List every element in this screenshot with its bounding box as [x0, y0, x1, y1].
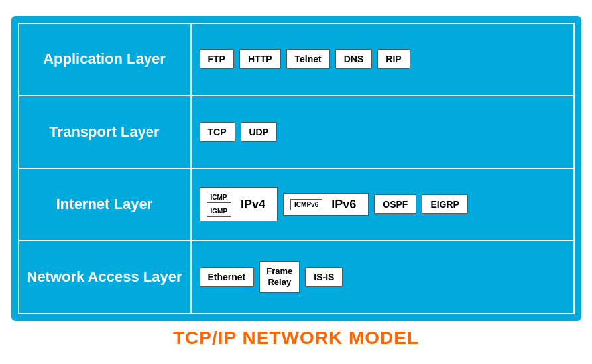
icmpv6-box: ICMPv6	[290, 199, 322, 210]
ftp-box: FTP	[200, 49, 234, 69]
http-box: HTTP	[239, 49, 281, 69]
ipv4-small-boxes: ICMP IGMP	[207, 192, 232, 217]
ipv4-group: ICMP IGMP IPv4	[200, 187, 278, 221]
telnet-box: Telnet	[286, 49, 330, 69]
transport-layer-label: Transport Layer	[19, 96, 192, 168]
diagram-container: Application Layer FTP HTTP Telnet DNS RI…	[11, 16, 581, 321]
transport-layer-row: Transport Layer TCP UDP	[19, 96, 573, 169]
udp-box: UDP	[241, 122, 278, 142]
icmp-box: ICMP	[207, 192, 232, 203]
network-access-layer-label: Network Access Layer	[19, 241, 192, 313]
rip-box: RIP	[377, 49, 410, 69]
tcp-box: TCP	[200, 122, 235, 142]
is-is-box: IS-IS	[305, 267, 343, 287]
application-layer-content: FTP HTTP Telnet DNS RIP	[192, 24, 573, 95]
frame-relay-box: Frame Relay	[259, 261, 300, 293]
ospf-box: OSPF	[374, 194, 416, 214]
ipv6-group: ICMPv6 IPv6	[283, 193, 369, 216]
internet-layer-content: ICMP IGMP IPv4 ICMPv6 IPv6 OSPF EIGRP	[192, 169, 573, 241]
network-access-layer-content: Ethernet Frame Relay IS-IS	[192, 241, 573, 313]
network-access-layer-row: Network Access Layer Ethernet Frame Rela…	[19, 241, 573, 313]
ipv6-label: IPv6	[326, 198, 361, 212]
layers-grid: Application Layer FTP HTTP Telnet DNS RI…	[18, 23, 575, 314]
transport-layer-content: TCP UDP	[192, 96, 573, 168]
application-layer-label: Application Layer	[19, 24, 192, 95]
ethernet-box: Ethernet	[200, 267, 255, 287]
internet-layer-row: Internet Layer ICMP IGMP IPv4 ICMPv6 IPv…	[19, 169, 573, 242]
internet-layer-label: Internet Layer	[19, 169, 192, 241]
application-layer-row: Application Layer FTP HTTP Telnet DNS RI…	[19, 24, 573, 97]
eigrp-box: EIGRP	[422, 194, 468, 214]
dns-box: DNS	[335, 49, 373, 69]
model-title: TCP/IP NETWORK MODEL	[173, 328, 419, 349]
ipv4-label: IPv4	[235, 198, 270, 212]
igmp-box: IGMP	[207, 206, 232, 217]
